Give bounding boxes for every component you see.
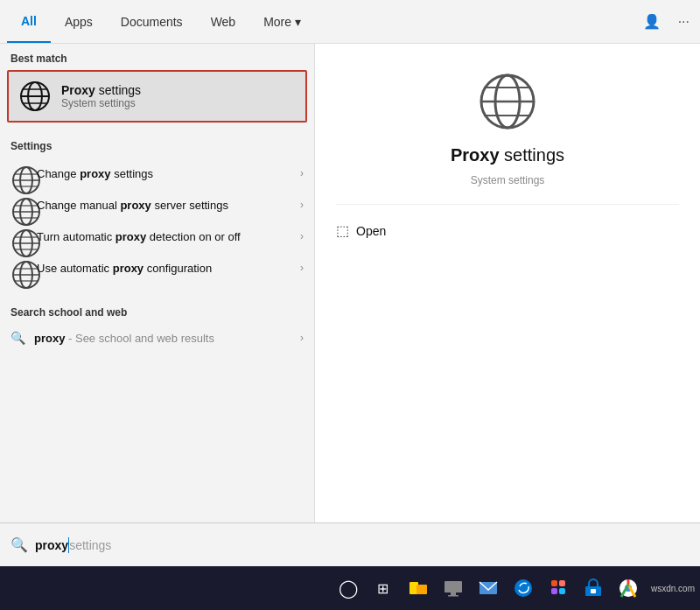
best-match-text: Proxy settings System settings [61, 83, 141, 109]
search-input[interactable]: proxy settings [35, 537, 690, 553]
chevron-down-icon: ▾ [295, 15, 301, 29]
search-icon: 🔍 [10, 331, 25, 345]
open-action[interactable]: ⬚ Open [336, 219, 679, 242]
tab-apps[interactable]: Apps [51, 0, 107, 43]
search-item-text: proxy - See school and web results [34, 332, 291, 345]
proxy-settings-icon-large [476, 70, 539, 137]
more-options-icon[interactable]: ··· [675, 11, 693, 33]
main-content: Best match Proxy settings System setting… [0, 44, 700, 522]
top-navigation: All Apps Documents Web More ▾ 👤 ··· [0, 0, 700, 44]
svg-rect-42 [591, 589, 596, 593]
settings-item-change-proxy[interactable]: Change proxy settings › [0, 158, 314, 189]
taskbar-store[interactable] [578, 572, 609, 604]
taskbar-edge[interactable] [508, 572, 539, 604]
settings-item-text: Turn automatic proxy detection on or off [37, 230, 291, 243]
svg-rect-37 [551, 580, 557, 586]
search-school-section: Search school and web 🔍 proxy - See scho… [0, 291, 314, 359]
right-panel: Proxy settings System settings ⬚ Open [315, 44, 700, 522]
svg-rect-38 [559, 580, 565, 586]
tab-more[interactable]: More ▾ [249, 0, 315, 43]
svg-rect-39 [551, 588, 557, 594]
settings-item-auto-detection[interactable]: Turn automatic proxy detection on or off… [0, 221, 314, 252]
left-panel: Best match Proxy settings System setting… [0, 44, 315, 522]
chevron-right-icon: › [300, 230, 304, 242]
account-icon[interactable]: 👤 [640, 10, 664, 33]
nav-actions: 👤 ··· [640, 10, 693, 33]
search-ghost-text: settings [69, 538, 111, 552]
taskbar-chrome[interactable] [612, 572, 644, 604]
best-match-subtitle: System settings [61, 97, 141, 109]
search-typed-text: proxy [35, 538, 68, 552]
taskbar-mail[interactable] [472, 572, 504, 604]
right-panel-actions: ⬚ Open [336, 205, 679, 256]
right-panel-subtitle: System settings [471, 174, 545, 186]
chevron-right-icon: › [300, 262, 304, 274]
chevron-right-icon: › [300, 199, 304, 211]
search-school-item[interactable]: 🔍 proxy - See school and web results › [0, 324, 314, 352]
taskbar-monitor[interactable] [438, 572, 469, 604]
taskbar-circle-button[interactable]: ◯ [332, 572, 364, 604]
settings-section-label: Settings [0, 131, 314, 158]
best-match-title: Proxy settings [61, 83, 141, 97]
tab-all[interactable]: All [7, 0, 51, 43]
right-panel-title: Proxy settings [451, 145, 564, 165]
taskbar: ◯ ⊞ [0, 566, 700, 610]
globe-icon [10, 165, 28, 182]
search-bar: 🔍 proxy settings [0, 522, 700, 566]
search-magnifier-icon: 🔍 [10, 536, 28, 553]
taskbar-file-explorer[interactable] [402, 572, 434, 604]
svg-rect-31 [416, 585, 427, 594]
chevron-right-icon: › [300, 167, 304, 179]
settings-item-auto-config[interactable]: Use automatic proxy configuration › [0, 252, 314, 284]
taskbar-icons: ◯ ⊞ [332, 572, 644, 604]
settings-item-text: Change proxy settings [37, 167, 291, 180]
globe-icon [10, 259, 28, 277]
settings-item-text: Use automatic proxy configuration [37, 262, 291, 275]
best-match-item[interactable]: Proxy settings System settings [7, 70, 307, 123]
best-match-label: Best match [0, 44, 314, 70]
taskbar-info: wsxdn.com [651, 584, 695, 593]
open-icon: ⬚ [336, 222, 349, 239]
tab-web[interactable]: Web [197, 0, 250, 43]
svg-rect-33 [451, 592, 456, 595]
search-school-label: Search school and web [0, 298, 314, 324]
globe-icon [19, 81, 51, 112]
chevron-right-icon: › [300, 332, 304, 344]
globe-icon [10, 228, 28, 245]
taskbar-taskview[interactable]: ⊞ [368, 572, 399, 604]
right-panel-header: Proxy settings System settings [336, 70, 679, 205]
svg-rect-34 [448, 595, 458, 597]
settings-item-manual-proxy[interactable]: Change manual proxy server settings › [0, 189, 314, 221]
globe-icon [10, 196, 28, 214]
taskbar-figma[interactable] [542, 572, 574, 604]
open-label: Open [356, 224, 386, 238]
settings-section: Settings Change proxy settings › [0, 124, 314, 291]
settings-item-text: Change manual proxy server settings [37, 199, 291, 212]
svg-rect-40 [559, 588, 565, 594]
tab-documents[interactable]: Documents [107, 0, 197, 43]
svg-rect-32 [444, 581, 462, 592]
